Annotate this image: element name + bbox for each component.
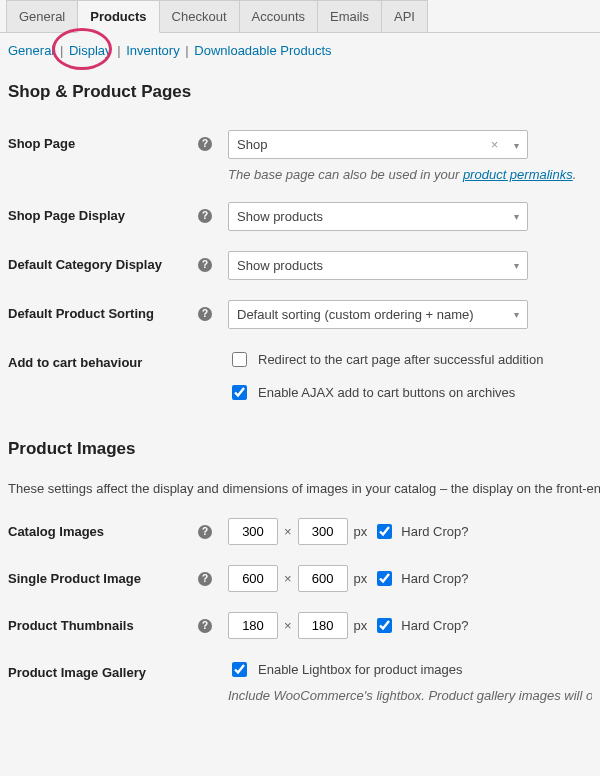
ajax-label: Enable AJAX add to cart buttons on archi… — [258, 385, 515, 400]
single-product-image-label: Single Product Image — [8, 571, 141, 586]
help-icon[interactable]: ? — [198, 619, 212, 633]
clear-icon[interactable]: × — [491, 137, 499, 152]
section-product-images: Product Images — [8, 439, 600, 459]
thumb-width-input[interactable] — [228, 612, 278, 639]
subnav-general[interactable]: General — [8, 43, 54, 58]
single-width-input[interactable] — [228, 565, 278, 592]
product-permalinks-link[interactable]: product permalinks — [463, 167, 573, 182]
chevron-down-icon: ▾ — [514, 309, 519, 320]
shop-page-display-label: Shop Page Display — [8, 208, 125, 223]
help-icon[interactable]: ? — [198, 258, 212, 272]
chevron-down-icon: ▾ — [514, 260, 519, 271]
tab-general[interactable]: General — [6, 0, 78, 32]
tab-products[interactable]: Products — [77, 0, 159, 33]
default-product-sorting-select[interactable]: Default sorting (custom ordering + name)… — [228, 300, 528, 329]
help-icon[interactable]: ? — [198, 572, 212, 586]
px-label: px — [354, 571, 368, 586]
help-icon[interactable]: ? — [198, 137, 212, 151]
thumb-crop-checkbox[interactable] — [377, 618, 392, 633]
single-height-input[interactable] — [298, 565, 348, 592]
redirect-checkbox[interactable] — [232, 352, 247, 367]
subnav-downloadable[interactable]: Downloadable Products — [194, 43, 331, 58]
default-category-display-value: Show products — [237, 258, 323, 273]
single-crop-label: Hard Crop? — [401, 571, 468, 586]
tab-emails[interactable]: Emails — [317, 0, 382, 32]
px-label: px — [354, 524, 368, 539]
redirect-label: Redirect to the cart page after successf… — [258, 352, 543, 367]
lightbox-label: Enable Lightbox for product images — [258, 662, 463, 677]
chevron-down-icon: ▾ — [514, 140, 519, 151]
chevron-down-icon: ▾ — [514, 211, 519, 222]
separator: | — [60, 43, 63, 58]
thumb-height-input[interactable] — [298, 612, 348, 639]
default-product-sorting-label: Default Product Sorting — [8, 306, 154, 321]
help-icon[interactable]: ? — [198, 209, 212, 223]
ajax-checkbox[interactable] — [232, 385, 247, 400]
separator: | — [117, 43, 120, 58]
catalog-height-input[interactable] — [298, 518, 348, 545]
tab-api[interactable]: API — [381, 0, 428, 32]
shop-page-label: Shop Page — [8, 136, 75, 151]
help-icon[interactable]: ? — [198, 525, 212, 539]
thumb-crop-label: Hard Crop? — [401, 618, 468, 633]
catalog-images-label: Catalog Images — [8, 524, 104, 539]
product-image-gallery-label: Product Image Gallery — [8, 665, 146, 680]
add-to-cart-label: Add to cart behaviour — [8, 355, 142, 370]
products-subnav: General | Display | Inventory | Download… — [0, 33, 600, 68]
catalog-crop-checkbox[interactable] — [377, 524, 392, 539]
catalog-width-input[interactable] — [228, 518, 278, 545]
subnav-inventory[interactable]: Inventory — [126, 43, 179, 58]
catalog-crop-label: Hard Crop? — [401, 524, 468, 539]
times-icon: × — [284, 618, 292, 633]
default-category-display-select[interactable]: Show products ▾ — [228, 251, 528, 280]
shop-page-desc: The base page can also be used in your p… — [228, 167, 592, 182]
product-thumbnails-label: Product Thumbnails — [8, 618, 134, 633]
help-icon[interactable]: ? — [198, 307, 212, 321]
tab-checkout[interactable]: Checkout — [159, 0, 240, 32]
lightbox-desc: Include WooCommerce's lightbox. Product … — [228, 688, 592, 703]
shop-page-value: Shop — [237, 137, 267, 152]
times-icon: × — [284, 524, 292, 539]
default-product-sorting-value: Default sorting (custom ordering + name) — [237, 307, 474, 322]
single-crop-checkbox[interactable] — [377, 571, 392, 586]
subnav-display[interactable]: Display — [69, 43, 112, 58]
times-icon: × — [284, 571, 292, 586]
section-shop-pages: Shop & Product Pages — [8, 82, 600, 102]
shop-page-display-value: Show products — [237, 209, 323, 224]
shop-page-select[interactable]: Shop × ▾ — [228, 130, 528, 159]
px-label: px — [354, 618, 368, 633]
tab-accounts[interactable]: Accounts — [239, 0, 318, 32]
lightbox-checkbox[interactable] — [232, 662, 247, 677]
default-category-display-label: Default Category Display — [8, 257, 162, 272]
shop-page-display-select[interactable]: Show products ▾ — [228, 202, 528, 231]
product-images-note: These settings affect the display and di… — [0, 477, 600, 508]
separator: | — [185, 43, 188, 58]
settings-tabs: General Products Checkout Accounts Email… — [0, 0, 600, 33]
